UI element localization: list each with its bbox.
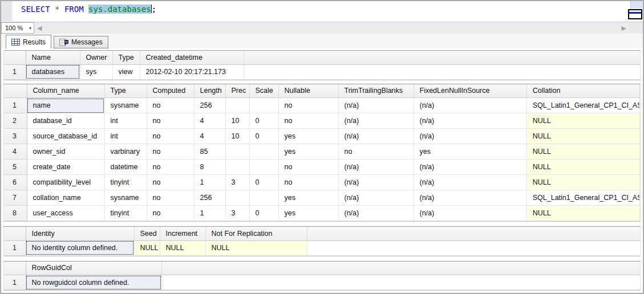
row-number[interactable]: 7 [4, 190, 27, 206]
zoom-dropdown[interactable]: 100 % ▾ [1, 22, 34, 34]
grid-cell[interactable]: no [278, 175, 338, 190]
grid-cell[interactable] [249, 190, 278, 206]
grid-cell[interactable] [249, 98, 278, 113]
grid-cell[interactable]: (n/a) [338, 113, 414, 129]
grid-cell[interactable]: 85 [194, 144, 225, 160]
column-header[interactable]: Computed [147, 84, 194, 98]
grid-cell[interactable]: yes [278, 129, 338, 144]
tab-messages[interactable]: Messages [54, 36, 108, 48]
grid-cell[interactable]: 256 [194, 98, 225, 113]
row-number[interactable]: 4 [4, 144, 27, 160]
grid-cell[interactable]: 0 [249, 113, 278, 129]
grid-cell[interactable]: No identity column defined. [26, 240, 134, 255]
grid-cell[interactable]: (n/a) [338, 206, 414, 221]
grid-cell[interactable]: 256 [194, 190, 225, 206]
row-number[interactable]: 6 [4, 175, 27, 190]
grid-cell[interactable]: 2012-02-10 20:17:21.173 [140, 64, 244, 79]
row-number[interactable]: 2 [4, 113, 27, 129]
grid-cell[interactable]: no [278, 160, 338, 175]
grid-cell[interactable]: int [104, 129, 147, 144]
grid-cell[interactable]: (n/a) [414, 175, 526, 190]
grid-cell[interactable]: database_id [27, 113, 104, 129]
grid-cell[interactable]: (n/a) [414, 190, 526, 206]
grid-cell[interactable]: NULL [205, 240, 307, 255]
column-header[interactable]: Length [194, 84, 225, 98]
row-number[interactable]: 1 [4, 240, 26, 255]
grid-cell[interactable]: (n/a) [338, 175, 414, 190]
grid-cell[interactable]: (n/a) [338, 98, 414, 113]
grid-cell[interactable]: yes [414, 144, 526, 160]
grid-cell[interactable]: 0 [249, 206, 278, 221]
sql-editor[interactable]: SELECT * FROM sys.databases; [1, 1, 643, 22]
grid-cell[interactable]: int [104, 113, 147, 129]
grid-cell[interactable]: NULL [526, 206, 639, 221]
column-header[interactable]: FixedLenNullInSource [414, 84, 526, 98]
row-header-corner[interactable] [4, 227, 26, 240]
grid-cell[interactable]: NULL [526, 144, 639, 160]
grid-cell[interactable]: datetime [104, 160, 147, 175]
grid-cell[interactable]: NULL [526, 113, 639, 129]
column-header[interactable]: TrimTrailingBlanks [338, 84, 414, 98]
grid-cell[interactable]: (n/a) [414, 206, 526, 221]
grid-cell[interactable]: sysname [104, 190, 147, 206]
grid-cell[interactable]: user_access [27, 206, 104, 221]
grid-cell[interactable]: name [27, 98, 104, 113]
grid-cell[interactable]: no [147, 129, 194, 144]
grid-cell[interactable]: 1 [194, 206, 225, 221]
column-header[interactable]: Scale [249, 84, 278, 98]
grid-cell[interactable]: tinyint [104, 175, 147, 190]
grid-cell[interactable]: No rowguidcol column defined. [26, 275, 161, 290]
row-header-corner[interactable] [4, 51, 26, 64]
scroll-left-icon[interactable]: ◀ [37, 23, 42, 32]
scroll-right-icon[interactable]: ▶ [622, 23, 626, 32]
grid-cell[interactable] [249, 160, 278, 175]
vertical-scrollbar[interactable] [630, 1, 643, 9]
row-number[interactable]: 1 [4, 275, 26, 290]
column-header[interactable]: Column_name [27, 84, 104, 98]
column-header[interactable]: Increment [160, 227, 205, 240]
row-number[interactable]: 8 [4, 206, 27, 221]
grid-cell[interactable]: no [147, 206, 194, 221]
column-header[interactable]: Seed [134, 227, 160, 240]
column-header[interactable]: Prec [225, 84, 249, 98]
grid-cell[interactable]: 1 [194, 175, 225, 190]
grid-cell[interactable]: 10 [225, 129, 249, 144]
tab-results[interactable]: Results [6, 35, 51, 48]
grid-cell[interactable]: varbinary [104, 144, 147, 160]
column-header[interactable]: Type [112, 51, 140, 64]
row-number[interactable]: 1 [4, 98, 27, 113]
horizontal-scrollbar[interactable]: ◀ ▶ [34, 22, 629, 34]
grid-cell[interactable]: source_database_id [27, 129, 104, 144]
grid-cell[interactable]: no [278, 113, 338, 129]
column-header[interactable]: Owner [80, 51, 112, 64]
grid-cell[interactable]: (n/a) [414, 98, 526, 113]
grid-cell[interactable]: yes [278, 190, 338, 206]
grid-cell[interactable] [225, 98, 249, 113]
grid-cell[interactable]: (n/a) [414, 160, 526, 175]
grid-cell[interactable]: SQL_Latin1_General_CP1_CI_AS [526, 190, 639, 206]
grid-cell[interactable] [225, 190, 249, 206]
grid-cell[interactable]: (n/a) [414, 129, 526, 144]
grid-cell[interactable]: no [147, 144, 194, 160]
column-header[interactable]: Collation [526, 84, 639, 98]
grid-cell[interactable]: NULL [526, 160, 639, 175]
grid-cell[interactable]: yes [278, 144, 338, 160]
grid-cell[interactable]: NULL [160, 240, 205, 255]
grid-cell[interactable]: 10 [225, 113, 249, 129]
grid-cell[interactable]: SQL_Latin1_General_CP1_CI_AS [526, 98, 639, 113]
grid-cell[interactable]: tinyint [104, 206, 147, 221]
grid-cell[interactable] [249, 144, 278, 160]
grid-cell[interactable]: no [338, 144, 414, 160]
column-header[interactable]: Identity [26, 227, 134, 240]
grid-cell[interactable]: NULL [526, 129, 639, 144]
grid-cell[interactable]: no [147, 113, 194, 129]
grid-cell[interactable] [225, 160, 249, 175]
grid-cell[interactable]: (n/a) [338, 129, 414, 144]
grid-cell[interactable]: compatibility_level [27, 175, 104, 190]
grid-cell[interactable]: no [278, 98, 338, 113]
grid-cell[interactable]: no [147, 175, 194, 190]
grid-cell[interactable]: collation_name [27, 190, 104, 206]
grid-cell[interactable]: 8 [194, 160, 225, 175]
grid-cell[interactable]: yes [278, 206, 338, 221]
grid-cell[interactable]: create_date [27, 160, 104, 175]
